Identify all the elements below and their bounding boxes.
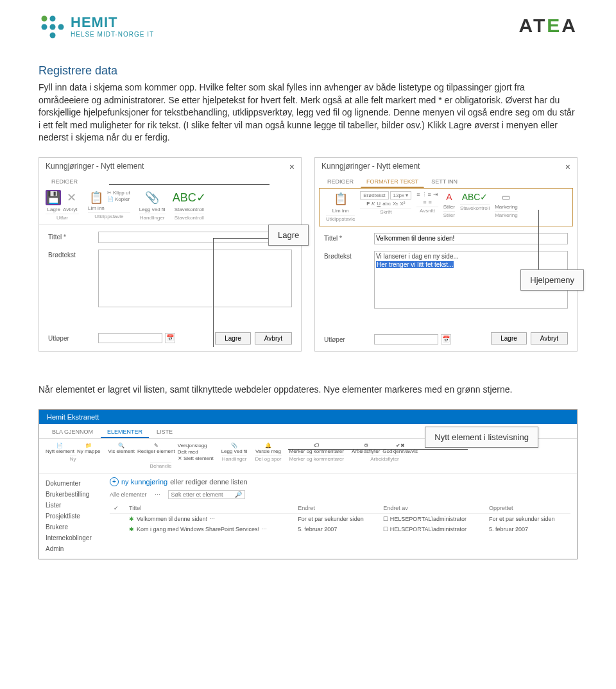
tab-rediger[interactable]: REDIGER <box>46 176 83 187</box>
attach-icon[interactable]: 📎 <box>144 190 160 205</box>
dialog-ribbon: 💾 ✕ Lagre Avbryt Utfør 📋 Lim inn <box>39 187 301 225</box>
shared-with[interactable]: Delt med <box>178 449 214 455</box>
styles-icon[interactable]: A <box>443 191 455 203</box>
new-announcement[interactable]: + ny kunngjøring eller rediger denne lis… <box>110 477 570 486</box>
search-icon: 🔎 <box>235 491 242 498</box>
dialog-title: Kunngjøringer - Nytt element <box>46 162 144 172</box>
spellcheck-icon[interactable]: ABC✓ <box>182 190 197 205</box>
dialog-title: Kunngjøringer - Nytt element <box>321 162 420 172</box>
input-tittel[interactable] <box>98 232 292 243</box>
sidebar-item[interactable]: Admin <box>46 545 97 552</box>
indent-icon[interactable]: ⇥ <box>433 191 438 198</box>
dialog-ribbon: 📋 Lim inn Utklippstavle Brødtekst 13px ▾… <box>319 188 573 226</box>
ribbon-group-skrift: Skrift <box>360 208 411 215</box>
ellipsis-icon[interactable]: ⋯ <box>155 491 160 498</box>
label-utloper: Utløper <box>324 334 369 344</box>
footer-avbryt-button[interactable]: Avbryt <box>531 332 568 344</box>
label-brodtekst: Brødtekst <box>48 250 93 307</box>
ribbon-group-utfor: Utfør <box>46 214 79 221</box>
attach-icon[interactable]: 📎 <box>231 443 237 448</box>
bold-button[interactable]: F <box>366 201 370 207</box>
calendar-icon[interactable]: 📅 <box>165 333 175 343</box>
callout-line <box>288 449 468 450</box>
delete-item[interactable]: ✕ Slett element <box>178 455 214 461</box>
callout-lagre: Lagre <box>268 225 309 246</box>
plus-icon: + <box>110 477 119 486</box>
cell-endret-av: ☐ HELSEPORTAL\administrator <box>379 513 485 524</box>
tab-elementer[interactable]: ELEMENTER <box>101 427 149 438</box>
save-icon[interactable]: 💾 <box>46 190 61 205</box>
ribbon-group-utklippstavle: Utklippstavle <box>326 215 355 222</box>
svg-point-0 <box>42 16 47 22</box>
align-left-icon[interactable]: ≡ <box>423 199 426 205</box>
select-icon[interactable]: ▭ <box>501 191 512 203</box>
close-icon[interactable]: × <box>289 162 295 172</box>
ribbon-kopier[interactable]: 📄 Kopier <box>107 196 130 202</box>
sup-button[interactable]: X² <box>400 201 405 207</box>
footer-avbryt-button[interactable]: Avbryt <box>255 332 292 344</box>
sidebar-item[interactable]: Prosjektliste <box>46 513 97 520</box>
tab-formater[interactable]: FORMATER TEKST <box>361 176 424 188</box>
workflow-icon[interactable]: ⚙ <box>364 443 368 448</box>
sidebar-item[interactable]: Dokumenter <box>46 480 97 487</box>
col-endret[interactable]: Endret <box>294 503 379 514</box>
close-icon[interactable]: × <box>565 162 570 172</box>
italic-button[interactable]: K <box>372 201 375 207</box>
version-log[interactable]: Versjonslogg <box>178 443 214 448</box>
input-utloper[interactable] <box>98 333 162 343</box>
ribbon-klipput[interactable]: ✂ Klipp ut <box>107 190 130 196</box>
tab-bla[interactable]: BLA GJENNOM <box>46 427 99 438</box>
svg-point-5 <box>50 33 56 38</box>
strike-button[interactable]: abc <box>382 201 391 207</box>
approve-icon[interactable]: ✔✖ <box>396 443 405 448</box>
list-num-icon[interactable]: ≡ <box>416 191 420 198</box>
all-elements[interactable]: Alle elementer <box>110 491 147 498</box>
ribbon-group-avsnitt: Avsnitt <box>416 207 438 214</box>
search-input[interactable]: Søk etter et element🔎 <box>168 490 245 499</box>
cell-endret: 5. februar 2007 <box>294 524 379 534</box>
spellcheck-icon[interactable]: ABC✓ <box>469 191 481 203</box>
sidebar-item[interactable]: Internekoblinger <box>46 534 97 541</box>
font-size[interactable]: 13px ▾ <box>390 191 412 200</box>
paste-icon[interactable]: 📋 <box>333 191 348 207</box>
svg-point-4 <box>58 24 64 30</box>
footer-lagre-button[interactable]: Lagre <box>215 332 251 344</box>
footer-lagre-button[interactable]: Lagre <box>491 332 527 344</box>
paste-icon[interactable]: 📋 <box>89 190 104 205</box>
textarea-brodtekst[interactable] <box>98 250 292 307</box>
col-opprettet[interactable]: Opprettet <box>485 503 570 514</box>
ribbon-avbryt: Avbryt <box>63 207 78 212</box>
tab-liste[interactable]: LISTE <box>150 427 179 438</box>
cell-tittel[interactable]: Velkommen til denne siden! ⋯ <box>125 513 294 524</box>
ribbon-group-stavekontroll: Stavekontroll <box>460 204 490 211</box>
ribbon-stiler: Stiler <box>443 204 455 210</box>
ribbon-stavekontroll: Stavekontroll <box>175 207 204 212</box>
new-folder-icon[interactable]: 📁 <box>85 443 92 448</box>
check-icon[interactable] <box>114 505 121 511</box>
font-name[interactable]: Brødtekst <box>360 191 388 200</box>
hemit-subtitle: HELSE MIDT-NORGE IT <box>71 31 154 38</box>
underline-button[interactable]: U <box>377 201 381 207</box>
align-center-icon[interactable]: ≡ <box>428 199 431 205</box>
col-endret-av[interactable]: Endret av <box>379 503 485 514</box>
ribbon-liminn: Lim inn <box>88 205 105 211</box>
callout-line <box>538 210 539 271</box>
tags-icon[interactable]: 🏷 <box>314 443 319 448</box>
list-bul-icon[interactable]: ⋮≡ <box>422 191 431 198</box>
col-tittel[interactable]: Tittel <box>125 503 294 514</box>
cancel-icon[interactable]: ✕ <box>64 190 79 205</box>
input-utloper[interactable] <box>374 334 438 344</box>
sidebar-item[interactable]: Brukerbestilling <box>46 491 97 498</box>
view-item-icon[interactable]: 🔍 <box>118 443 124 448</box>
new-item-icon[interactable]: 📄 <box>56 443 63 448</box>
alert-icon[interactable]: 🔔 <box>265 443 271 448</box>
tab-settinn[interactable]: SETT INN <box>425 176 463 188</box>
hemit-dots-icon <box>38 13 64 38</box>
sub-button[interactable]: X₂ <box>393 201 398 207</box>
sidebar-item[interactable]: Lister <box>46 502 97 509</box>
tab-rediger[interactable]: REDIGER <box>321 176 359 188</box>
sidebar-item[interactable]: Brukere <box>46 523 97 531</box>
cell-tittel[interactable]: Kom i gang med Windows SharePoint Servic… <box>125 524 294 534</box>
calendar-icon[interactable]: 📅 <box>441 334 451 344</box>
edit-item-icon[interactable]: ✎ <box>154 443 158 448</box>
